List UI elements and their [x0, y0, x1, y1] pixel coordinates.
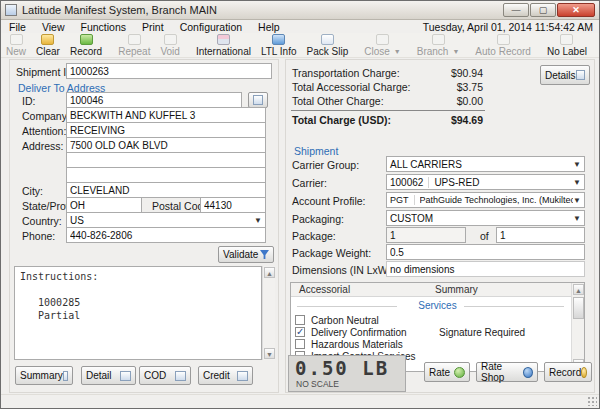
international-button[interactable]: International	[191, 33, 256, 57]
form-icon	[175, 371, 186, 381]
accessorial-row[interactable]: Carbon Neutral	[295, 314, 566, 326]
accessorial-charge-value: $3.75	[423, 81, 483, 93]
address2-field[interactable]	[66, 152, 266, 168]
accessorial-row[interactable]: Hazardous Materials	[295, 338, 566, 350]
ltl-info-icon	[272, 34, 285, 45]
package-weight-field[interactable]	[386, 244, 585, 260]
repeat-button[interactable]: Repeat	[113, 33, 155, 57]
package-total-field[interactable]	[496, 227, 585, 243]
lookup-icon	[253, 95, 263, 105]
clear-button[interactable]: Clear	[31, 33, 65, 57]
address3-field[interactable]	[66, 167, 266, 183]
cod-button[interactable]: COD	[139, 366, 191, 385]
dimensions-field[interactable]	[386, 261, 585, 277]
auto-record-button[interactable]: Auto Record	[470, 33, 536, 57]
address1-field[interactable]	[66, 137, 266, 153]
close-shipment-icon	[376, 34, 389, 45]
shipment-section-title: Shipment	[294, 145, 338, 157]
instructions-textarea[interactable]: Instructions: 1000285 Partial	[14, 266, 262, 360]
close-button[interactable]: ✕	[557, 3, 595, 17]
id-field[interactable]	[66, 92, 242, 108]
accessorial-scrollbar[interactable]: ▲ ▼	[571, 283, 584, 371]
current-datetime: Tuesday, April 01, 2014 11:54:42 AM	[423, 21, 593, 33]
checkbox[interactable]	[295, 339, 305, 349]
accessorial-row[interactable]: Delivery Confirmation Signature Required	[295, 326, 566, 338]
detail-button[interactable]: Detail	[81, 366, 136, 385]
menu-file[interactable]: File	[1, 21, 34, 33]
details-button[interactable]: Details	[540, 65, 590, 85]
chevron-down-icon: ▼	[573, 160, 581, 169]
carrier-select[interactable]: 100062 UPS-RED ▼	[386, 174, 585, 190]
instructions-scrollbar[interactable]: ▲ ▼	[262, 266, 275, 360]
validate-button[interactable]: Validate	[218, 246, 274, 263]
carrier-group-label: Carrier Group:	[292, 159, 359, 171]
checkbox[interactable]	[295, 315, 305, 325]
new-button[interactable]: New	[1, 33, 31, 57]
menu-print[interactable]: Print	[134, 21, 172, 33]
accessorial-column-header[interactable]: Accessorial	[299, 284, 350, 295]
phone-field[interactable]	[66, 227, 266, 243]
ltl-info-button[interactable]: LTL Info	[256, 33, 302, 57]
record-button[interactable]: Record	[65, 33, 107, 57]
account-code: PGT	[390, 195, 415, 205]
branch-button[interactable]: Branch▼	[412, 33, 465, 57]
phone-label: Phone:	[22, 230, 55, 242]
menu-functions[interactable]: Functions	[73, 21, 135, 33]
close-shipment-button[interactable]: Close▼	[359, 33, 406, 57]
state-field[interactable]	[66, 197, 142, 213]
scale-display: 0.50 LB NO SCALE	[288, 355, 406, 392]
attention-field[interactable]	[66, 122, 266, 138]
package-of-label: of	[480, 230, 489, 242]
void-button[interactable]: Void	[155, 33, 184, 57]
new-icon	[10, 34, 23, 45]
record-action-button[interactable]: Record	[544, 362, 592, 382]
carrier-group-value: ALL CARRIERS	[390, 159, 462, 170]
postal-code-field[interactable]	[200, 197, 266, 213]
package-weight-label: Package Weight:	[292, 247, 371, 259]
packaging-select[interactable]: CUSTOM ▼	[386, 210, 585, 226]
menu-help[interactable]: Help	[250, 21, 288, 33]
scale-status: NO SCALE	[289, 379, 405, 389]
scroll-up-icon[interactable]: ▲	[573, 284, 584, 295]
chevron-down-icon: ▼	[573, 178, 581, 187]
rate-shop-button[interactable]: Rate Shop	[476, 362, 538, 382]
record-icon	[80, 34, 93, 45]
address-lookup-button[interactable]	[248, 92, 268, 108]
maximize-button[interactable]: ▢	[530, 3, 556, 17]
company-field[interactable]	[66, 107, 266, 123]
city-label: City:	[22, 185, 43, 197]
form-icon	[63, 371, 68, 381]
resize-grip[interactable]	[587, 396, 597, 406]
pack-slip-button[interactable]: Pack Slip	[302, 33, 354, 57]
scroll-down-icon[interactable]: ▼	[264, 348, 275, 359]
menu-view[interactable]: View	[34, 21, 73, 33]
city-field[interactable]	[66, 182, 266, 198]
summary-column-header[interactable]: Summary	[435, 284, 478, 295]
status-bar	[1, 394, 599, 408]
transportation-charge-value: $90.94	[423, 67, 483, 79]
services-group-label: Services	[291, 300, 584, 311]
carrier-label: Carrier:	[292, 177, 327, 189]
minimize-button[interactable]: —	[503, 3, 529, 17]
no-label-button[interactable]: No Label	[542, 33, 592, 57]
carrier-code: 100062	[390, 177, 429, 188]
checkbox[interactable]	[295, 327, 305, 337]
scrollbar-thumb[interactable]	[573, 297, 584, 319]
id-label: ID:	[22, 95, 35, 107]
rate-button[interactable]: Rate	[424, 362, 470, 382]
account-profile-select[interactable]: PGT PathGuide Technologies, Inc. (Mukilt…	[386, 192, 585, 208]
account-profile-label: Account Profile:	[292, 195, 366, 207]
country-select[interactable]: US ▼	[66, 212, 266, 228]
details-icon	[576, 70, 585, 80]
shipment-panel: Transportation Charge: $90.94 Total Acce…	[285, 59, 595, 393]
menu-configuration[interactable]: Configuration	[172, 21, 250, 33]
scroll-up-icon[interactable]: ▲	[264, 267, 275, 278]
summary-button[interactable]: Summary	[15, 366, 73, 385]
carrier-group-select[interactable]: ALL CARRIERS ▼	[386, 156, 585, 172]
country-label: Country:	[22, 215, 62, 227]
credit-button[interactable]: Credit	[198, 366, 253, 385]
package-number-field[interactable]	[386, 227, 466, 243]
chevron-down-icon: ▼	[452, 48, 459, 55]
shipment-id-field[interactable]	[66, 63, 272, 79]
other-charge-label: Total Other Charge:	[292, 95, 384, 107]
